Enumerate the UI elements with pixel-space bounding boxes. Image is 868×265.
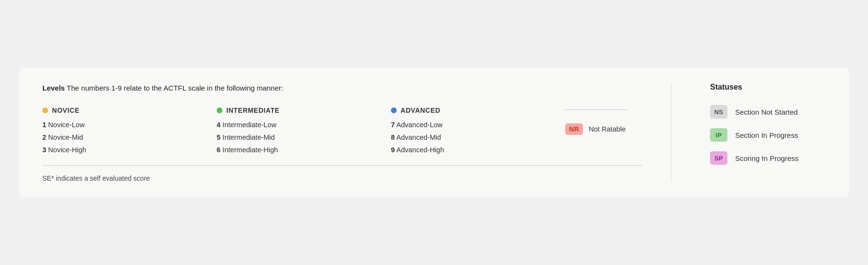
nr-badge: NR <box>565 123 583 135</box>
nr-badge-row: NR Not Ratable <box>565 123 626 135</box>
intermediate-items: 4 Intermediate-Low 5 Intermediate-Mid 6 … <box>217 121 391 154</box>
page-wrapper: Levels The numbers 1-9 relate to the ACT… <box>0 0 868 265</box>
level-item: 8 Advanced-Mid <box>391 133 565 141</box>
novice-dot <box>42 107 48 113</box>
novice-title: NOVICE <box>52 106 79 114</box>
level-item: 9 Advanced-High <box>391 146 565 154</box>
novice-items: 1 Novice-Low 2 Novice-Mid 3 Novice-High <box>42 121 217 154</box>
level-item: 2 Novice-Mid <box>42 133 217 141</box>
status-item-ns: NS Section Not Started <box>710 105 826 119</box>
advanced-dot <box>391 107 397 113</box>
level-item: 7 Advanced-Low <box>391 121 565 129</box>
levels-title: Levels <box>42 84 65 92</box>
card: Levels The numbers 1-9 relate to the ACT… <box>19 67 849 198</box>
intermediate-column: INTERMEDIATE 4 Intermediate-Low 5 Interm… <box>217 106 391 154</box>
level-item: 3 Novice-High <box>42 146 217 154</box>
se-note: SE* indicates a self evaluated score <box>42 165 642 182</box>
intermediate-title: INTERMEDIATE <box>226 106 280 114</box>
nr-label: Not Ratable <box>589 125 626 133</box>
level-item: 1 Novice-Low <box>42 121 217 129</box>
statuses-title: Statuses <box>710 83 826 92</box>
novice-title-row: NOVICE <box>42 106 217 114</box>
ip-badge: IP <box>710 128 727 142</box>
levels-header-text: The numbers 1-9 relate to the ACTFL scal… <box>65 84 284 92</box>
levels-section: Levels The numbers 1-9 relate to the ACT… <box>42 83 672 182</box>
advanced-title-row: ADVANCED <box>391 106 565 114</box>
ns-label: Section Not Started <box>735 108 798 116</box>
status-item-ip: IP Section In Progress <box>710 128 826 142</box>
status-item-sp: SP Scoring In Progress <box>710 151 826 165</box>
level-item: 6 Intermediate-High <box>217 146 391 154</box>
novice-column: NOVICE 1 Novice-Low 2 Novice-Mid 3 Novic… <box>42 106 217 154</box>
levels-grid: NOVICE 1 Novice-Low 2 Novice-Mid 3 Novic… <box>42 106 642 154</box>
intermediate-dot <box>217 107 222 113</box>
advanced-title: ADVANCED <box>401 106 440 114</box>
horizontal-divider <box>565 109 628 110</box>
advanced-column: ADVANCED 7 Advanced-Low 8 Advanced-Mid 9… <box>391 106 565 154</box>
level-item: 4 Intermediate-Low <box>217 121 391 129</box>
level-item: 5 Intermediate-Mid <box>217 133 391 141</box>
nr-column: NR Not Ratable <box>565 106 642 154</box>
ns-badge: NS <box>710 105 727 119</box>
status-items: NS Section Not Started IP Section In Pro… <box>710 105 826 165</box>
levels-header: Levels The numbers 1-9 relate to the ACT… <box>42 83 642 93</box>
ip-label: Section In Progress <box>735 131 798 139</box>
sp-label: Scoring In Progress <box>735 154 799 162</box>
statuses-section: Statuses NS Section Not Started IP Secti… <box>672 83 826 182</box>
sp-badge: SP <box>710 151 727 165</box>
se-note-text: SE* indicates a self evaluated score <box>42 174 150 182</box>
advanced-items: 7 Advanced-Low 8 Advanced-Mid 9 Advanced… <box>391 121 565 154</box>
intermediate-title-row: INTERMEDIATE <box>217 106 391 114</box>
